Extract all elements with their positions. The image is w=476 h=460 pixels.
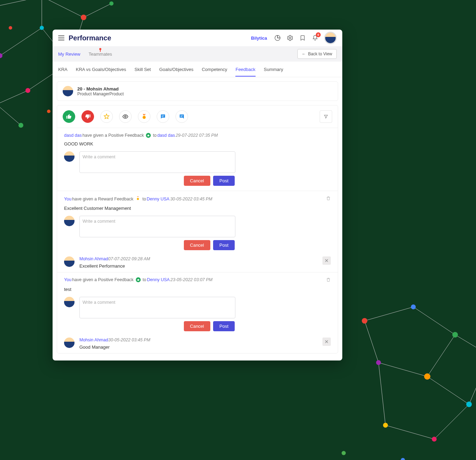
delete-reply-button[interactable]: ✕ xyxy=(322,338,331,346)
post-button[interactable]: Post xyxy=(213,240,235,250)
page-title: Performance xyxy=(69,34,111,42)
star-icon[interactable] xyxy=(100,110,113,123)
comment-box xyxy=(64,151,331,173)
svg-line-3 xyxy=(0,28,42,56)
bell-icon[interactable]: 0 xyxy=(312,34,319,41)
reply-item: Mohsin Ahmad07-07-2022 09:28 AMExcellent… xyxy=(64,255,331,272)
reply-text: Good Manager xyxy=(79,344,318,350)
tab-skill-set[interactable]: Skill Set xyxy=(134,67,151,72)
entry-time: 29-07-2022 07:35 PM xyxy=(175,133,218,138)
brand-name[interactable]: Bilytica xyxy=(251,35,267,41)
tab-summary[interactable]: Summary xyxy=(264,67,283,72)
chart-icon[interactable] xyxy=(274,34,281,41)
indicator-dot-icon xyxy=(99,48,101,50)
tab-kra-vs-goals[interactable]: KRA vs Goals/Objectives xyxy=(76,67,126,72)
svg-point-53 xyxy=(125,116,126,118)
eye-icon[interactable] xyxy=(119,110,132,123)
svg-point-46 xyxy=(432,437,437,442)
chat-icon[interactable] xyxy=(157,110,169,123)
comment-input[interactable] xyxy=(79,297,235,318)
notif-badge: 0 xyxy=(316,32,321,37)
back-to-view-button[interactable]: ←Back to View xyxy=(297,49,337,59)
entry-from[interactable]: You xyxy=(64,277,71,282)
svg-point-42 xyxy=(452,332,458,338)
svg-point-17 xyxy=(40,26,44,30)
svg-line-29 xyxy=(365,307,413,321)
svg-line-39 xyxy=(469,356,476,404)
entry-from[interactable]: dasd das xyxy=(64,133,82,138)
subtab-my-review[interactable]: My Review xyxy=(58,51,80,57)
person-name: 20 - Mohsin Ahmad xyxy=(77,86,124,92)
entry-body: Excellent Customer Management xyxy=(64,206,331,211)
commenter-avatar xyxy=(64,297,75,307)
reply-text: Excellent Performance xyxy=(79,263,318,269)
svg-point-15 xyxy=(109,1,114,6)
svg-line-36 xyxy=(385,425,434,439)
person-role: Product ManagerProduct xyxy=(77,92,124,96)
post-button[interactable]: Post xyxy=(213,176,235,186)
gear-icon[interactable] xyxy=(287,34,294,41)
tab-feedback[interactable]: Feedback xyxy=(235,67,255,72)
user-avatar[interactable] xyxy=(324,32,337,44)
entry-to[interactable]: dasd das xyxy=(157,133,175,138)
reward-medal-icon xyxy=(135,196,140,202)
tab-goals[interactable]: Goals/Objectives xyxy=(159,67,193,72)
entry-to[interactable]: Denny USA xyxy=(147,277,170,282)
delete-icon[interactable] xyxy=(326,277,331,283)
feedback-entry: dasd das have given a Positive Feedback … xyxy=(57,128,338,186)
thumbs-up-icon[interactable] xyxy=(63,110,75,123)
subtab-teammates[interactable]: Teammates xyxy=(89,51,112,57)
cancel-button[interactable]: Cancel xyxy=(184,321,210,331)
delete-icon[interactable] xyxy=(326,196,331,202)
reply-author[interactable]: Mohsin Ahmad xyxy=(79,338,108,342)
feedback-type-row xyxy=(57,105,338,128)
svg-point-49 xyxy=(342,451,346,455)
entry-to[interactable]: Denny USA xyxy=(147,197,169,201)
feedback-entry: You have given a Reward Feedback to Denn… xyxy=(57,191,338,272)
positive-pill-icon xyxy=(136,277,141,282)
delete-reply-button[interactable]: ✕ xyxy=(322,256,331,265)
post-button[interactable]: Post xyxy=(213,321,235,331)
svg-point-51 xyxy=(401,458,405,460)
comment-input[interactable] xyxy=(79,216,235,237)
svg-point-52 xyxy=(289,37,291,39)
sub-header: My Review Teammates ←Back to View xyxy=(53,46,342,62)
comment-input[interactable] xyxy=(79,151,235,173)
svg-line-7 xyxy=(0,104,21,125)
entry-time: 30-05-2022 03:45 PM xyxy=(170,197,212,201)
svg-line-35 xyxy=(434,404,469,439)
thumbs-down-icon[interactable] xyxy=(81,110,94,123)
entry-body: GOOD WORK xyxy=(64,141,331,146)
tab-kra[interactable]: KRA xyxy=(58,67,68,72)
entry-meta: You have given a Reward Feedback to Denn… xyxy=(64,196,326,202)
feedback-card: dasd das have given a Positive Feedback … xyxy=(57,105,338,354)
svg-point-47 xyxy=(383,423,388,428)
tab-competency[interactable]: Competency xyxy=(202,67,227,72)
reply-author[interactable]: Mohsin Ahmad xyxy=(79,256,108,261)
comment-box xyxy=(64,216,331,237)
filter-button[interactable] xyxy=(320,110,332,123)
medal-icon[interactable] xyxy=(138,110,150,123)
svg-point-45 xyxy=(466,402,472,407)
svg-line-1 xyxy=(42,0,84,17)
menu-icon[interactable] xyxy=(58,35,64,40)
entry-from[interactable]: You xyxy=(64,197,71,201)
cancel-button[interactable]: Cancel xyxy=(184,240,210,250)
svg-rect-58 xyxy=(180,116,183,116)
commenter-avatar xyxy=(64,216,75,226)
svg-point-26 xyxy=(47,110,50,113)
entry-meta: You have given a Positive Feedback to De… xyxy=(64,277,326,282)
entry-body: test xyxy=(64,287,331,292)
reply-avatar xyxy=(64,256,75,267)
svg-line-32 xyxy=(379,363,427,376)
cancel-button[interactable]: Cancel xyxy=(184,176,210,186)
svg-point-21 xyxy=(18,123,23,128)
chat-alt-icon[interactable] xyxy=(175,110,188,123)
person-avatar xyxy=(63,86,73,96)
svg-line-31 xyxy=(427,335,455,376)
svg-point-40 xyxy=(362,318,367,324)
svg-line-0 xyxy=(0,0,42,7)
svg-rect-57 xyxy=(162,116,163,117)
bookmark-icon[interactable] xyxy=(299,34,306,41)
feedback-list: dasd das have given a Positive Feedback … xyxy=(57,128,338,353)
